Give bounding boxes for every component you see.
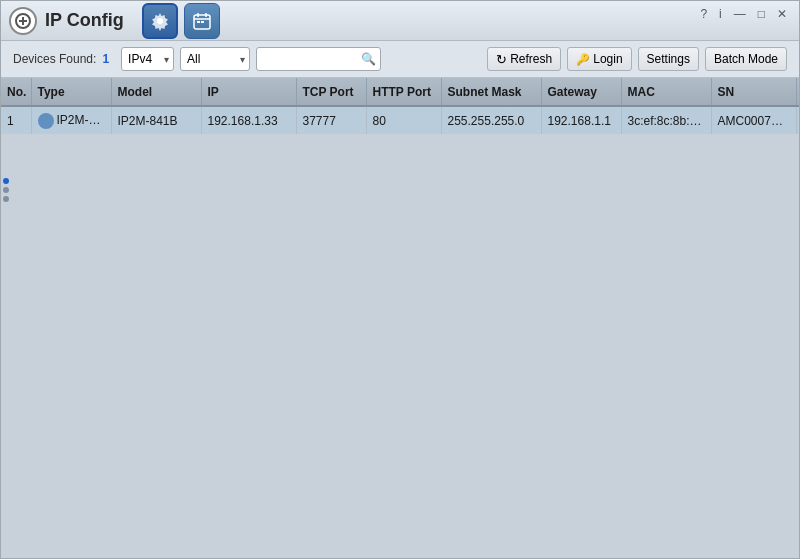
svg-rect-9 — [201, 21, 204, 23]
cell-gateway: 192.168.1.1 — [541, 106, 621, 134]
cell-mac: 3c:ef:8c:8b:db:... — [621, 106, 711, 134]
cell-http-port: 80 — [366, 106, 441, 134]
refresh-button[interactable]: ↻ Refresh — [487, 47, 561, 71]
col-header-no: No. — [1, 78, 31, 106]
login-button[interactable]: 🔑 Login — [567, 47, 631, 71]
table-body: 1IP2M-841BIP2M-841B192.168.1.33377778025… — [1, 106, 799, 134]
app-icon — [9, 7, 37, 35]
col-header-model: Model — [111, 78, 201, 106]
side-dot-2 — [3, 187, 9, 193]
close-btn[interactable]: ✕ — [773, 5, 791, 23]
side-nav — [3, 178, 9, 202]
help-btn[interactable]: ? — [696, 5, 711, 23]
col-header-ip: IP — [201, 78, 296, 106]
table-header-row: No. Type Model IP TCP Port HTTP Port Sub… — [1, 78, 799, 106]
settings-toolbar-btn[interactable] — [142, 3, 178, 39]
filter-dropdown[interactable]: All Active Inactive — [180, 47, 250, 71]
cell-version — [796, 106, 799, 134]
ip-version-dropdown-wrapper[interactable]: IPv4 IPv6 — [121, 47, 174, 71]
toolbar: Devices Found: 1 IPv4 IPv6 All Active In… — [1, 41, 799, 78]
search-icon[interactable]: 🔍 — [361, 52, 376, 66]
cell-sn: AMC00075J9... — [711, 106, 796, 134]
col-header-version: Version — [796, 78, 799, 106]
minimize-btn[interactable]: — — [730, 5, 750, 23]
refresh-icon: ↻ — [496, 52, 507, 67]
window-controls: ? i — □ ✕ — [696, 5, 791, 23]
devices-count: 1 — [102, 52, 109, 66]
cell-subnet-mask: 255.255.255.0 — [441, 106, 541, 134]
col-header-http: HTTP Port — [366, 78, 441, 106]
col-header-tcp: TCP Port — [296, 78, 366, 106]
col-header-sn: SN — [711, 78, 796, 106]
settings-label: Settings — [647, 52, 690, 66]
batch-mode-button[interactable]: Batch Mode — [705, 47, 787, 71]
side-dot-1 — [3, 178, 9, 184]
col-header-gateway: Gateway — [541, 78, 621, 106]
col-header-mac: MAC — [621, 78, 711, 106]
batch-mode-label: Batch Mode — [714, 52, 778, 66]
table-row[interactable]: 1IP2M-841BIP2M-841B192.168.1.33377778025… — [1, 106, 799, 134]
search-input[interactable] — [261, 52, 361, 66]
device-table: No. Type Model IP TCP Port HTTP Port Sub… — [1, 78, 799, 134]
cell-ip: 192.168.1.33 — [201, 106, 296, 134]
main-window: IP Config — [0, 0, 800, 559]
device-icon — [38, 113, 54, 129]
cell-model: IP2M-841B — [111, 106, 201, 134]
type-label: IP2M-841B — [57, 113, 112, 127]
table-container: No. Type Model IP TCP Port HTTP Port Sub… — [1, 78, 799, 558]
devices-found-label: Devices Found: — [13, 52, 96, 66]
settings-button[interactable]: Settings — [638, 47, 699, 71]
col-header-subnet: Subnet Mask — [441, 78, 541, 106]
toolbar-icons — [142, 3, 220, 39]
cell-no: 1 — [1, 106, 31, 134]
filter-dropdown-wrapper[interactable]: All Active Inactive — [180, 47, 250, 71]
cell-type: IP2M-841B — [31, 106, 111, 134]
col-header-type: Type — [31, 78, 111, 106]
search-box[interactable]: 🔍 — [256, 47, 381, 71]
side-dot-3 — [3, 196, 9, 202]
info-btn[interactable]: i — [715, 5, 726, 23]
maximize-btn[interactable]: □ — [754, 5, 769, 23]
login-icon: 🔑 — [576, 53, 590, 66]
title-bar: IP Config — [1, 1, 799, 41]
app-title: IP Config — [45, 10, 124, 31]
ip-version-dropdown[interactable]: IPv4 IPv6 — [121, 47, 174, 71]
refresh-label: Refresh — [510, 52, 552, 66]
cell-tcp-port: 37777 — [296, 106, 366, 134]
calendar-toolbar-btn[interactable] — [184, 3, 220, 39]
svg-rect-8 — [197, 21, 200, 23]
login-label: Login — [593, 52, 622, 66]
title-bar-left: IP Config — [9, 3, 220, 39]
